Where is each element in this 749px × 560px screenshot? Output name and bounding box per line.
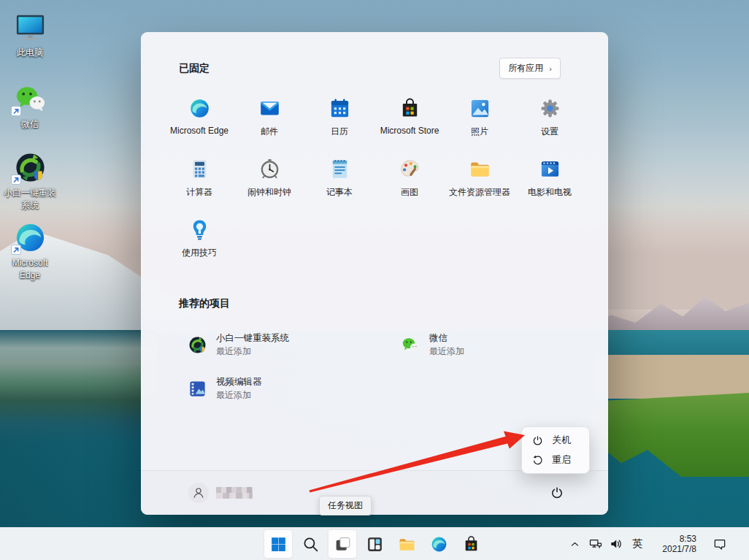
desktop-icon-xiaobai-reinstall[interactable]: 小白一键重装系统: [1, 150, 58, 212]
recommended-item-wechat[interactable]: 微信最近添加: [401, 323, 575, 367]
taskbar: 英 8:53 2021/7/8: [0, 527, 749, 560]
taskbar-start-button[interactable]: [264, 529, 293, 559]
video-editor-icon: [188, 379, 207, 399]
clock-icon: [258, 158, 281, 180]
pinned-app-label: 计算器: [186, 186, 212, 199]
pinned-app-mail[interactable]: 邮件: [234, 88, 304, 149]
pinned-app-label: 画图: [401, 186, 418, 199]
folder-icon: [398, 535, 416, 553]
pinned-app-label: 照片: [471, 126, 488, 138]
taskbar-edge-button[interactable]: [424, 529, 453, 559]
pinned-app-label: 邮件: [261, 126, 278, 138]
notepad-icon: [329, 158, 351, 180]
desktop-icon-image: [13, 82, 47, 116]
all-apps-button[interactable]: 所有应用 ›: [499, 58, 561, 79]
wechat-icon: [401, 335, 420, 355]
desktop-icon-image: [13, 10, 47, 45]
pinned-app-tips[interactable]: 使用技巧: [164, 210, 234, 270]
pinned-app-label: 文件资源管理器: [449, 186, 510, 199]
desktop-icon-label: 此电脑: [17, 47, 43, 59]
pinned-apps-grid: Microsoft Edge邮件日历Microsoft Store照片设置计算器…: [164, 88, 585, 270]
tray-notification-icon[interactable]: [712, 537, 727, 551]
recommended-item-xiaobai[interactable]: 小白一键重装系统最近添加: [188, 323, 401, 367]
power-button[interactable]: [545, 480, 569, 505]
pinned-app-calculator[interactable]: 计算器: [164, 149, 234, 210]
calendar-icon: [329, 97, 351, 120]
recommended-item-title: 小白一键重装系统: [216, 333, 289, 344]
user-icon: [191, 486, 206, 500]
tray-volume-icon[interactable]: [609, 537, 623, 551]
wallpaper-reeds-right: [595, 355, 749, 399]
pinned-app-clock[interactable]: 闹钟和时钟: [234, 149, 304, 210]
pinned-app-label: 电影和电视: [528, 186, 572, 199]
taskbar-task-view-button[interactable]: [328, 529, 357, 559]
start-menu-header: 已固定 所有应用 ›: [179, 58, 561, 78]
pinned-app-calendar[interactable]: 日历: [304, 88, 374, 149]
pinned-app-store[interactable]: Microsoft Store: [374, 88, 445, 149]
tray-input-method-indicator[interactable]: 英: [632, 537, 642, 551]
pinned-app-folder[interactable]: 文件资源管理器: [445, 149, 515, 210]
power-menu-item-restart[interactable]: 重启: [526, 451, 585, 469]
avatar: [188, 483, 209, 503]
power-icon: [550, 486, 564, 499]
pinned-app-photos[interactable]: 照片: [445, 88, 515, 149]
pinned-app-label: Microsoft Store: [380, 126, 439, 136]
user-name-redacted: [216, 487, 253, 499]
recommended-item-text: 微信最近添加: [429, 333, 464, 356]
restart-icon: [532, 455, 543, 466]
taskbar-button-group: [264, 529, 485, 559]
pinned-app-label: 使用技巧: [182, 247, 217, 259]
recommended-item-video-editor[interactable]: 视频编辑器最近添加: [188, 367, 401, 410]
desktop-icon-label: 小白一键重装系统: [1, 187, 58, 212]
recommended-section-title: 推荐的项目: [179, 297, 230, 310]
shortcut-arrow-icon: [11, 245, 21, 255]
power-menu-item-label: 关机: [552, 434, 571, 447]
tray-network-icon[interactable]: [588, 537, 603, 551]
recommended-item-subtitle: 最近添加: [216, 390, 262, 400]
taskbar-widgets-button[interactable]: [360, 529, 389, 559]
tray-date: 2021/7/8: [654, 544, 696, 554]
system-tray: 英 8:53 2021/7/8: [564, 528, 749, 560]
taskbar-search-button[interactable]: [296, 529, 325, 559]
desktop-icon-image: [13, 220, 47, 255]
folder-icon: [469, 158, 491, 180]
power-menu-item-label: 重启: [552, 453, 571, 467]
taskbar-store-button[interactable]: [456, 529, 485, 559]
pinned-app-label: 记事本: [326, 186, 353, 199]
shortcut-arrow-icon: [11, 106, 21, 116]
start-menu-user-bar: [141, 470, 608, 515]
recommended-item-text: 视频编辑器最近添加: [216, 377, 262, 400]
desktop-icon-microsoft-edge[interactable]: Microsoft Edge: [1, 220, 58, 282]
tray-chevron-up-icon[interactable]: [569, 539, 580, 550]
chevron-right-icon: ›: [549, 64, 552, 73]
pinned-app-settings[interactable]: 设置: [515, 88, 585, 149]
pinned-app-label: 日历: [331, 126, 348, 138]
taskbar-file-explorer-button[interactable]: [392, 529, 421, 559]
shortcut-arrow-icon: [11, 174, 21, 185]
edge-icon: [188, 97, 211, 120]
mail-icon: [258, 97, 281, 120]
pinned-app-label: 闹钟和时钟: [247, 186, 291, 199]
wallpaper-reflection-left: [0, 330, 157, 443]
pinned-app-notepad[interactable]: 记事本: [304, 149, 374, 210]
widgets-icon: [366, 535, 384, 553]
recommended-item-title: 视频编辑器: [216, 377, 262, 388]
edge-icon: [430, 535, 448, 553]
desktop-icon-wechat[interactable]: 微信: [1, 82, 58, 131]
search-icon: [301, 535, 320, 553]
calculator-icon: [188, 158, 211, 180]
power-menu-item-power[interactable]: 关机: [526, 431, 585, 449]
desktop-icon-this-pc[interactable]: 此电脑: [1, 10, 58, 59]
tray-clock[interactable]: 8:53 2021/7/8: [654, 534, 696, 554]
user-account-button[interactable]: [188, 483, 253, 503]
store-icon: [399, 97, 421, 120]
task-view-tooltip: 任务视图: [319, 496, 372, 515]
this-pc-icon: [13, 10, 47, 45]
pinned-app-paint[interactable]: 画图: [374, 149, 445, 210]
xiaobai-icon: [188, 335, 207, 355]
power-icon: [532, 435, 543, 446]
pinned-app-movies[interactable]: 电影和电视: [515, 149, 585, 210]
pinned-app-edge[interactable]: Microsoft Edge: [164, 88, 234, 149]
recommended-item-subtitle: 最近添加: [216, 346, 289, 356]
desktop-icon-label: Microsoft Edge: [1, 257, 58, 282]
